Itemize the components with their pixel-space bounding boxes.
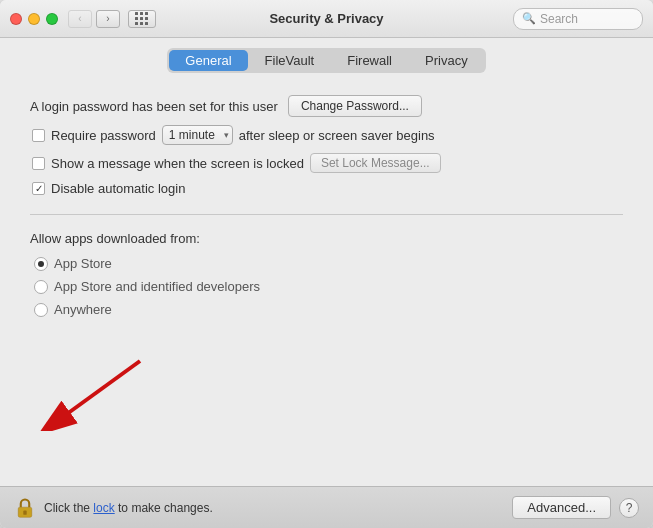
search-placeholder: Search — [540, 12, 578, 26]
show-message-checkbox[interactable] — [32, 157, 45, 170]
radio-app-store[interactable] — [34, 257, 48, 271]
back-button[interactable]: ‹ — [68, 10, 92, 28]
apps-section: Allow apps downloaded from: App Store Ap… — [30, 215, 623, 317]
disable-login-row: Disable automatic login — [32, 181, 623, 196]
disable-auto-login-label: Disable automatic login — [51, 181, 185, 196]
grid-icon — [135, 12, 149, 26]
grid-button[interactable] — [128, 10, 156, 28]
window: ‹ › Security & Privacy 🔍 Search General … — [0, 0, 653, 528]
search-box[interactable]: 🔍 Search — [513, 8, 643, 30]
nav-buttons: ‹ › — [68, 10, 120, 28]
bottom-bar: Click the lock to make changes. Advanced… — [0, 486, 653, 528]
login-password-row: A login password has been set for this u… — [30, 95, 623, 117]
tab-general[interactable]: General — [169, 50, 247, 71]
forward-button[interactable]: › — [96, 10, 120, 28]
traffic-lights — [10, 13, 58, 25]
allow-apps-label: Allow apps downloaded from: — [30, 231, 623, 246]
minimize-button[interactable] — [28, 13, 40, 25]
radio-anywhere-row: Anywhere — [34, 302, 623, 317]
require-password-label: Require password — [51, 128, 156, 143]
tab-group: General FileVault Firewall Privacy — [167, 48, 485, 73]
tab-privacy[interactable]: Privacy — [409, 50, 484, 71]
password-section: A login password has been set for this u… — [30, 95, 623, 215]
lock-message: Click the lock to make changes. — [44, 501, 512, 515]
lock-link[interactable]: lock — [93, 501, 114, 515]
maximize-button[interactable] — [46, 13, 58, 25]
change-password-button[interactable]: Change Password... — [288, 95, 422, 117]
radio-identified[interactable] — [34, 280, 48, 294]
set-lock-message-button[interactable]: Set Lock Message... — [310, 153, 441, 173]
radio-identified-label: App Store and identified developers — [54, 279, 260, 294]
radio-app-store-row: App Store — [34, 256, 623, 271]
disable-auto-login-checkbox[interactable] — [32, 182, 45, 195]
main-content: A login password has been set for this u… — [0, 79, 653, 486]
arrow-svg — [40, 351, 160, 431]
titlebar: ‹ › Security & Privacy 🔍 Search — [0, 0, 653, 38]
help-button[interactable]: ? — [619, 498, 639, 518]
password-time-select[interactable]: 1 minute — [162, 125, 233, 145]
search-icon: 🔍 — [522, 12, 536, 25]
window-title: Security & Privacy — [269, 11, 383, 26]
advanced-button[interactable]: Advanced... — [512, 496, 611, 519]
after-sleep-label: after sleep or screen saver begins — [239, 128, 435, 143]
lock-icon[interactable] — [14, 497, 36, 519]
arrow-annotation — [40, 351, 160, 431]
tab-filevault[interactable]: FileVault — [249, 50, 331, 71]
show-message-label: Show a message when the screen is locked — [51, 156, 304, 171]
radio-anywhere[interactable] — [34, 303, 48, 317]
tab-firewall[interactable]: Firewall — [331, 50, 408, 71]
radio-identified-row: App Store and identified developers — [34, 279, 623, 294]
svg-rect-3 — [23, 510, 26, 514]
radio-group: App Store App Store and identified devel… — [34, 256, 623, 317]
radio-anywhere-label: Anywhere — [54, 302, 112, 317]
show-message-row: Show a message when the screen is locked… — [32, 153, 623, 173]
login-password-label: A login password has been set for this u… — [30, 99, 278, 114]
svg-line-1 — [60, 361, 140, 419]
require-password-row: Require password 1 minute after sleep or… — [32, 125, 623, 145]
toolbar: General FileVault Firewall Privacy — [0, 38, 653, 79]
radio-app-store-label: App Store — [54, 256, 112, 271]
close-button[interactable] — [10, 13, 22, 25]
password-time-select-wrapper[interactable]: 1 minute — [162, 125, 233, 145]
require-password-checkbox[interactable] — [32, 129, 45, 142]
